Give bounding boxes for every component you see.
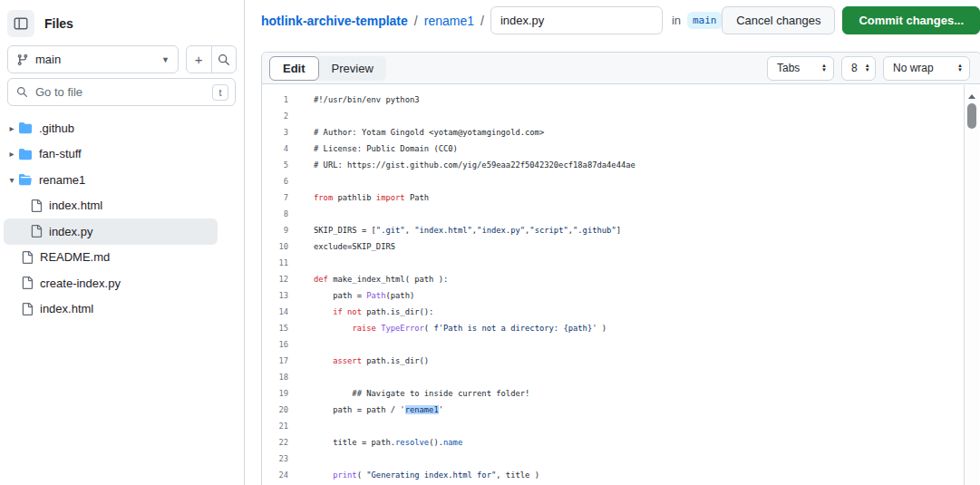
code-line-content[interactable]: def make_index_html( path ): <box>288 275 448 284</box>
code-line-content[interactable]: # URL: https://gist.github.com/yig/e59ea… <box>288 160 636 170</box>
code-line-content[interactable]: path = path / 'rename1' <box>288 405 443 414</box>
code-line-content[interactable]: # Author: Yotam Gingold <yotam@yotamging… <box>288 128 544 137</box>
indent-mode-value: Tabs <box>777 62 800 74</box>
code-line[interactable]: 4# License: Public Domain (CC0) <box>262 141 980 157</box>
wrap-mode-select[interactable]: No wrap ▲▼ <box>883 56 970 81</box>
breadcrumb-repo-link[interactable]: hotlink-archive-template <box>261 14 408 28</box>
code-line-content[interactable]: #!/usr/bin/env python3 <box>288 95 420 104</box>
tree-item-create-index-py[interactable]: create-index.py <box>0 270 244 296</box>
chevron-right-icon[interactable]: ▸ <box>5 149 18 159</box>
add-file-button[interactable]: + <box>187 46 211 73</box>
collapse-sidebar-button[interactable] <box>7 10 34 37</box>
code-line[interactable]: 5# URL: https://gist.github.com/yig/e59e… <box>262 157 980 173</box>
tree-item-fan-stuff[interactable]: ▸fan-stuff <box>0 141 244 168</box>
tree-item-index-html[interactable]: index.html <box>0 296 244 323</box>
tree-item-rename1[interactable]: ▾rename1 <box>0 167 244 193</box>
code-line[interactable]: 8 <box>262 206 980 222</box>
code-line-content[interactable]: if not path.is_dir(): <box>288 307 433 316</box>
line-number: 19 <box>262 389 288 398</box>
tree-item--github[interactable]: ▸.github <box>0 115 244 141</box>
line-number: 21 <box>262 422 288 431</box>
up-down-icon: ▲▼ <box>957 63 963 73</box>
code-line[interactable]: 22 title = path.resolve().name <box>262 434 980 451</box>
code-line[interactable]: 11 <box>262 255 980 271</box>
line-number: 14 <box>262 307 288 316</box>
code-line-content[interactable]: title = path.resolve().name <box>288 438 462 447</box>
tree-item-label: index.html <box>49 199 102 212</box>
code-line-content[interactable]: # License: Public Domain (CC0) <box>288 144 458 153</box>
line-number: 1 <box>262 95 288 104</box>
in-label: in <box>672 14 681 27</box>
line-number: 18 <box>262 373 288 382</box>
sidebar-header: Files <box>0 0 244 40</box>
branch-name: main <box>35 53 155 66</box>
code-line[interactable]: 17 assert path.is_dir() <box>262 353 980 369</box>
tree-item-index-py[interactable]: index.py <box>4 218 218 245</box>
breadcrumb: hotlink-archive-template / rename1 / in … <box>261 0 723 41</box>
code-line[interactable]: 21 <box>262 418 980 434</box>
branch-selector[interactable]: main ▼ <box>7 45 179 73</box>
tree-item-index-html[interactable]: index.html <box>0 193 244 219</box>
code-line-content[interactable]: from pathlib import Path <box>288 193 429 202</box>
keyboard-shortcut-hint: t <box>212 84 228 101</box>
code-line-content[interactable]: path = Path(path) <box>288 291 414 300</box>
file-tree-sidebar: Files main ▼ + <box>0 0 245 485</box>
tab-edit[interactable]: Edit <box>269 56 319 81</box>
indent-mode-select[interactable]: Tabs ▲▼ <box>767 56 834 81</box>
code-line[interactable]: 6 <box>262 173 980 189</box>
line-number: 22 <box>262 438 288 447</box>
code-line[interactable]: 16 <box>262 336 980 353</box>
code-line[interactable]: 7from pathlib import Path <box>262 189 980 206</box>
code-line[interactable]: 9SKIP_DIRS = [".git", "index.html","inde… <box>262 222 980 238</box>
breadcrumb-folder-link[interactable]: rename1 <box>424 14 474 28</box>
code-line[interactable]: 14 if not path.is_dir(): <box>262 304 980 320</box>
file-icon <box>30 199 43 212</box>
chevron-down-icon[interactable]: ▾ <box>5 175 18 185</box>
code-line-content[interactable]: exclude=SKIP_DIRS <box>288 242 395 251</box>
code-line-content[interactable]: print( "Generating index.html for", titl… <box>288 470 539 480</box>
cancel-changes-button[interactable]: Cancel changes <box>722 6 835 34</box>
code-line[interactable]: 20 path = path / 'rename1' <box>262 402 980 418</box>
code-line[interactable]: 18 <box>262 369 980 385</box>
chevron-right-icon[interactable]: ▸ <box>5 123 18 133</box>
code-line-content[interactable]: SKIP_DIRS = [".git", "index.html","index… <box>288 226 621 235</box>
line-number: 3 <box>262 128 288 137</box>
code-line[interactable]: 3# Author: Yotam Gingold <yotam@yotamgin… <box>262 124 980 141</box>
code-line[interactable]: 19 ## Navigate to inside current folder! <box>262 385 980 402</box>
code-line[interactable]: 10exclude=SKIP_DIRS <box>262 238 980 255</box>
tab-preview[interactable]: Preview <box>319 56 386 81</box>
code-line-content[interactable]: ## Navigate to inside current folder! <box>288 389 529 398</box>
goto-file-input[interactable]: Go to file t <box>7 78 236 106</box>
line-number: 15 <box>262 324 288 333</box>
code-line[interactable]: 2 <box>262 108 980 124</box>
up-down-icon: ▲▼ <box>865 63 870 73</box>
code-line[interactable]: 1#!/usr/bin/env python3 <box>262 92 980 108</box>
commit-changes-button[interactable]: Commit changes... <box>842 6 980 34</box>
code-line-content[interactable]: raise TypeError( f'Path is not a directo… <box>288 324 606 333</box>
code-line[interactable]: 23 <box>262 451 980 467</box>
branch-badge: main <box>687 12 723 29</box>
tree-item-readme-md[interactable]: README.md <box>0 245 244 271</box>
file-icon <box>21 251 34 264</box>
filename-input[interactable] <box>490 6 663 34</box>
topbar: hotlink-archive-template / rename1 / in … <box>246 0 980 41</box>
code-line[interactable]: 13 path = Path(path) <box>262 287 980 304</box>
code-editor: Edit Preview Tabs ▲▼ 8 ▲▼ No wrap ▲▼ <box>261 52 980 485</box>
code-line-content[interactable]: assert path.is_dir() <box>288 356 429 365</box>
line-number: 6 <box>262 177 288 186</box>
code-area[interactable]: 1#!/usr/bin/env python323# Author: Yotam… <box>262 85 980 485</box>
tree-item-label: rename1 <box>39 173 85 187</box>
tree-item-label: create-index.py <box>40 276 121 290</box>
folder-icon <box>18 148 33 160</box>
scrollbar-thumb[interactable] <box>967 103 976 129</box>
search-tree-button[interactable] <box>211 46 237 73</box>
indent-size-select[interactable]: 8 ▲▼ <box>841 56 876 81</box>
code-line[interactable]: 24 print( "Generating index.html for", t… <box>262 467 980 483</box>
editor-scrollbar[interactable] <box>964 85 979 485</box>
line-number: 20 <box>262 405 288 414</box>
goto-file-placeholder: Go to file <box>35 85 205 99</box>
code-line[interactable]: 15 raise TypeError( f'Path is not a dire… <box>262 320 980 336</box>
tree-item-label: .github <box>39 121 74 135</box>
scroll-up-icon[interactable] <box>968 94 975 99</box>
code-line[interactable]: 12def make_index_html( path ): <box>262 271 980 287</box>
